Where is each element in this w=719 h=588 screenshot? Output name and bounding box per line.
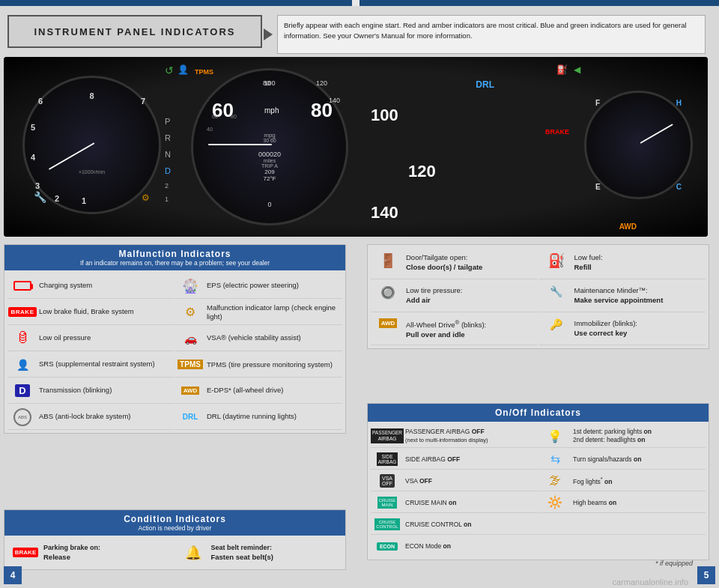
drl-text: DRL (daytime running lights) — [207, 412, 297, 421]
top-bar-right — [360, 0, 719, 6]
onoff-vsa: VSAOFF VSA OFF — [371, 470, 538, 491]
car-skid-icon: 🚗 — [184, 333, 197, 345]
brake-icon: BRAKE — [10, 305, 35, 320]
parking-brake-action: Release — [43, 553, 70, 561]
fuel-text: Low fuel: Refill — [574, 252, 603, 273]
onoff-parking-lights: 💡 1st detent: parking lights on2nd deten… — [539, 425, 706, 448]
speed-80: 80 — [311, 99, 333, 122]
vsa-off-icon: VSAOFF — [373, 474, 401, 488]
indicator-drl: DRL DRL (daytime running lights) — [175, 404, 342, 430]
title-arrow — [264, 28, 273, 40]
page-num-left: 4 — [4, 566, 22, 584]
onoff-cruise-main: CRUISEMAIN CRUISE MAIN on — [371, 492, 538, 513]
onoff-box: On/Off Indicators PASSENGERAIRBAG PASSEN… — [367, 403, 709, 560]
tpms-text: TPMS (tire pressure monitoring system) — [207, 360, 333, 369]
drl-icon: DRL — [178, 410, 203, 425]
awd-right-action: Pull over and idle — [406, 330, 465, 339]
tpms-icon: TPMS — [178, 357, 203, 372]
malfunction-box: Malfunction Indicators If an indicator r… — [4, 244, 346, 434]
indicator-oil: 🛢 Low oil pressure — [7, 326, 175, 351]
green-arrow-icon: ↺ — [165, 64, 174, 76]
eps-icon: 🎡 — [178, 279, 203, 294]
awd-dash: AWD — [619, 222, 637, 231]
cruise-control-icon: CRUISECONTROL — [373, 518, 401, 530]
indicator-eps: 🎡 EPS (electric power steering) — [175, 273, 342, 299]
indicator-brake: BRAKE Low brake fluid, Brake system — [7, 300, 175, 325]
fog-icon: 🌫 — [549, 474, 561, 488]
seatbelt-icon: 🔔 — [180, 545, 207, 561]
seatbelt-text: Seat belt reminder: Fasten seat belt(s) — [211, 543, 273, 562]
ri-tire: 🔘 Low tire pressure: Add air — [371, 281, 538, 312]
vsa-off-text: VSA OFF — [405, 477, 432, 485]
charging-text: Charging system — [39, 281, 92, 290]
tire-label: Low tire pressure: — [406, 286, 463, 294]
parking-brake-text: Parking brake on: Release — [43, 543, 100, 562]
speed-needle — [208, 144, 272, 145]
onoff-turn-signals: ⇆ Turn signals/hazards on — [539, 449, 706, 470]
turn-arrow-icon: ⇆ — [550, 452, 560, 466]
malfunction-grid: Charging system 🎡 EPS (electric power st… — [4, 270, 345, 433]
malfunction-header: Malfunction Indicators If an indicator r… — [4, 245, 345, 270]
abs-icon: ABS — [10, 410, 35, 425]
onoff-econ: ECON ECON Mode on — [371, 536, 538, 557]
parking-lights-text: 1st detent: parking lights on2nd detent:… — [573, 428, 652, 444]
turn-signal-text: Turn signals/hazards on — [573, 455, 641, 463]
ri-fuel: ⛽ Low fuel: Refill — [539, 248, 706, 279]
onoff-high-beams: 🔆 High beams on — [539, 492, 706, 513]
mpg-bar: 30 60 — [263, 138, 276, 143]
door-label: Door/Tailgate open: — [406, 253, 467, 261]
cruise-main-text: CRUISE MAIN on — [405, 499, 456, 506]
onoff-header: On/Off Indicators — [368, 404, 709, 422]
tire-icon: 🔘 — [380, 285, 395, 300]
oil-icon: 🛢 — [10, 331, 35, 346]
seatbelt-label: Seat belt reminder: — [211, 544, 273, 551]
onoff-grid: PASSENGERAIRBAG PASSENGER AIRBAG OFF(nex… — [368, 422, 709, 560]
mph-label: mph — [264, 106, 279, 115]
fuel-action: Refill — [574, 263, 592, 271]
oil-text: Low oil pressure — [39, 333, 91, 342]
charging-icon — [10, 279, 35, 294]
abs-text: ABS (anti-lock brake system) — [39, 412, 130, 421]
engine-warning: ⚙ — [142, 193, 150, 203]
footnote: * if equipped — [655, 560, 693, 567]
indicator-tpms: TPMS TPMS (tire pressure monitoring syst… — [175, 352, 342, 378]
onoff-fog-lights: 🌫 Fog lights* on — [539, 470, 706, 491]
fuel-needle — [640, 124, 673, 144]
condition-title: Condition Indicators — [10, 514, 339, 524]
onoff-side-airbag: SIDEAIRBAG SIDE AIRBAG OFF — [371, 449, 538, 470]
speed-120: 120 — [408, 162, 436, 181]
airbag-icon: 👤 — [16, 359, 29, 371]
immobilizer-text: Immobilizer (blinks): Use correct key — [574, 318, 637, 339]
engine-icon: ⚙ — [178, 305, 203, 320]
maintenance-action: Make service appointment — [574, 296, 664, 304]
fuel-low-icon: ⛽ — [542, 252, 571, 269]
seatbelt-sym-icon: 🔔 — [185, 545, 201, 561]
dashboard: ×1000r/min 8 6 7 5 4 3 2 1 🔧 ⚙ — [4, 57, 708, 237]
right-top-icons: ⛽ ◀ — [556, 64, 580, 75]
parking-lights-icon: 💡 — [541, 429, 569, 443]
onoff-title: On/Off Indicators — [374, 407, 703, 418]
oil-can-icon: 🛢 — [16, 330, 29, 346]
title-box: INSTRUMENT PANEL INDICATORS — [7, 15, 262, 48]
right-indicators-box: 🚪 Door/Tailgate open: Close door(s) / ta… — [367, 244, 709, 349]
indicator-engine: ⚙ Malfunction indicator lamp (check engi… — [175, 300, 342, 325]
awd-right-text: All-Wheel Drive® (blinks): Pull over and… — [406, 318, 486, 340]
fuel-temp-gauge: H C F E — [584, 91, 693, 199]
vsa-icon: 🚗 — [178, 331, 203, 346]
watermark: carmanualonline.info — [607, 576, 693, 588]
maintenance-icon: 🔧 — [542, 285, 571, 297]
person-icon: 👤 — [178, 64, 189, 76]
tach-needle — [49, 142, 95, 170]
fuel-pump-low-icon: ⛽ — [548, 252, 565, 269]
prnd-display: P R N D 2 1 — [165, 113, 171, 206]
immobilizer-label: Immobilizer (blinks): — [574, 319, 637, 327]
fog-lights-text: Fog lights* on — [573, 476, 612, 485]
indicator-awd: AWD E-DPS* (all-wheel drive) — [175, 378, 342, 404]
page-title: INSTRUMENT PANEL INDICATORS — [34, 26, 236, 37]
oil-warning: 🔧 — [34, 191, 46, 203]
awd-text: E-DPS* (all-wheel drive) — [207, 386, 283, 395]
onoff-cruise-control: CRUISECONTROL CRUISE CONTROL on — [371, 514, 538, 535]
maintenance-text: Maintenance Minder™: Make service appoin… — [574, 285, 664, 306]
tire-action: Add air — [406, 296, 431, 304]
indicator-srs: 👤 SRS (supplemental restraint system) — [7, 352, 175, 378]
